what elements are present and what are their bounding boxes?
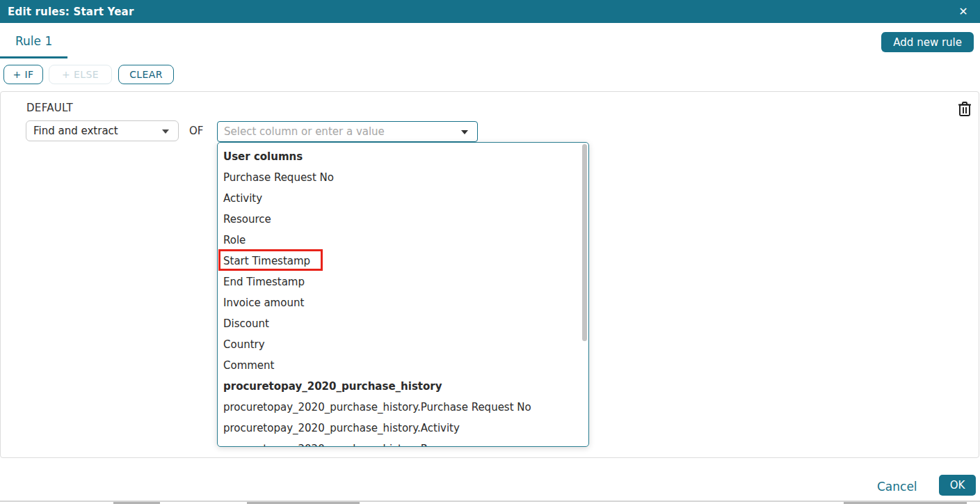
action-select[interactable]: Find and extract xyxy=(26,120,179,141)
add-new-rule-button[interactable]: Add new rule xyxy=(881,32,974,52)
dropdown-option[interactable]: Resource xyxy=(218,209,588,230)
dropdown-option[interactable]: procuretopay_2020_purchase_history.Purch… xyxy=(218,397,588,418)
ok-button[interactable]: OK xyxy=(939,475,976,496)
chevron-down-icon xyxy=(162,129,169,134)
of-label: OF xyxy=(189,120,203,141)
action-select-value: Find and extract xyxy=(33,125,118,137)
dropdown-scrollbar[interactable] xyxy=(582,144,587,341)
column-select-placeholder: Select column or enter a value xyxy=(224,125,385,138)
clear-button[interactable]: CLEAR xyxy=(118,65,174,84)
trash-icon xyxy=(957,100,972,119)
dropdown-option[interactable]: Discount xyxy=(218,313,588,334)
dropdown-option[interactable]: Invoice amount xyxy=(218,292,588,313)
default-section-label: DEFAULT xyxy=(26,102,73,114)
column-dropdown-list: User columns Purchase Request No Activit… xyxy=(217,142,589,447)
tab-rule-1[interactable]: Rule 1 xyxy=(15,34,52,48)
tab-active-underline xyxy=(0,56,67,58)
dialog-header: Edit rules: Start Year ✕ xyxy=(0,0,980,23)
dropdown-option-start-timestamp[interactable]: Start Timestamp xyxy=(218,251,588,271)
dropdown-option[interactable]: Purchase Request No xyxy=(218,167,588,188)
column-select-input[interactable]: Select column or enter a value xyxy=(217,121,478,142)
dropdown-group-header: procuretopay_2020_purchase_history xyxy=(218,376,588,397)
dropdown-group-header: User columns xyxy=(218,146,588,167)
chevron-down-icon xyxy=(461,130,468,134)
dropdown-option[interactable]: procuretopay_2020_purchase_history.Resou… xyxy=(218,439,588,447)
dropdown-option[interactable]: End Timestamp xyxy=(218,271,588,292)
cancel-button[interactable]: Cancel xyxy=(877,478,917,496)
close-icon[interactable]: ✕ xyxy=(955,0,972,23)
dropdown-option[interactable]: procuretopay_2020_purchase_history.Activ… xyxy=(218,418,588,439)
delete-rule-button[interactable] xyxy=(955,100,974,119)
dialog-title: Edit rules: Start Year xyxy=(8,6,134,18)
dropdown-option[interactable]: Activity xyxy=(218,188,588,209)
dropdown-option[interactable]: Country xyxy=(218,334,588,355)
dropdown-option[interactable]: Comment xyxy=(218,355,588,376)
add-else-button-disabled: + ELSE xyxy=(49,65,112,84)
dropdown-option[interactable]: Role xyxy=(218,230,588,251)
add-if-button[interactable]: + IF xyxy=(3,65,43,84)
edit-rules-dialog: Edit rules: Start Year ✕ Rule 1 Add new … xyxy=(0,0,980,504)
